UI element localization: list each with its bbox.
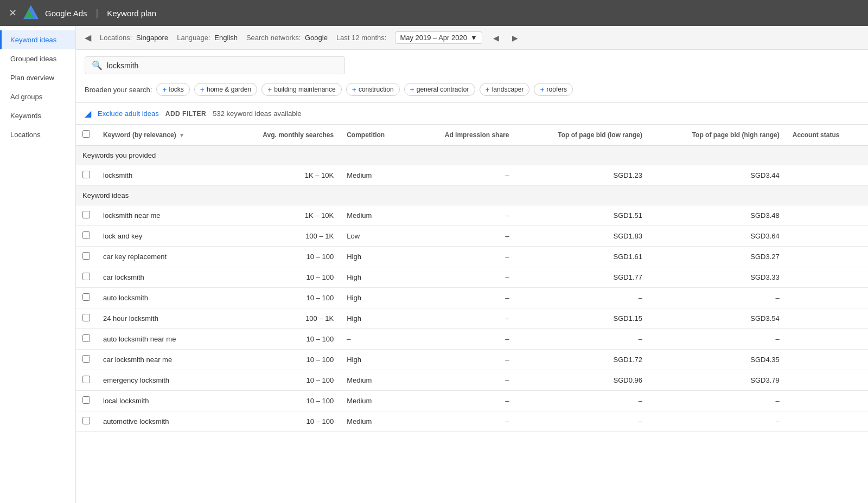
bid-low-cell: – [515,391,649,411]
bid-high-cell: – [649,329,786,350]
header-keyword: Keyword (by relevance) ▼ [97,125,226,145]
competition-cell: Medium [340,391,410,411]
impression-cell: – [410,370,516,391]
row-checkbox-cell[interactable] [76,165,97,186]
impression-cell: – [410,308,516,329]
header-account-status: Account status [786,125,868,145]
table-row: auto locksmith 10 – 100 High – – – [76,288,868,308]
sidebar-item-keyword-ideas[interactable]: Keyword ideas [0,30,75,49]
date-next-button[interactable]: ▶ [510,33,520,43]
keyword-cell: 24 hour locksmith [97,308,226,329]
search-box: 🔍 [85,56,345,74]
keyword-cell: automotive locksmith [97,411,226,432]
close-button[interactable]: ✕ [9,7,17,19]
broaden-label: Broaden your search: [85,86,152,94]
broaden-chip-general-contractor[interactable]: + general contractor [404,83,475,96]
impression-cell: – [410,205,516,226]
row-checkbox-cell[interactable] [76,370,97,391]
row-checkbox-cell[interactable] [76,267,97,288]
row-checkbox-cell[interactable] [76,288,97,308]
collapse-button[interactable]: ◀ [85,33,91,43]
bid-high-cell: SGD4.35 [649,350,786,370]
sidebar-item-keywords[interactable]: Keywords [0,106,75,125]
add-filter-button[interactable]: ADD FILTER [165,110,206,118]
header-select-all[interactable] [76,125,97,145]
row-checkbox-cell[interactable] [76,205,97,226]
select-all-checkbox[interactable] [82,130,90,138]
row-checkbox-cell[interactable] [76,308,97,329]
search-input[interactable] [107,61,338,70]
bid-high-cell: SGD3.79 [649,370,786,391]
sidebar-item-plan-overview[interactable]: Plan overview [0,68,75,87]
page-title: Keyword plan [107,9,156,18]
avg-searches-cell: 10 – 100 [226,350,341,370]
bid-low-cell: – [515,288,649,308]
row-checkbox-cell[interactable] [76,411,97,432]
table-row: locksmith near me 1K – 10K Medium – SGD1… [76,205,868,226]
row-checkbox-cell[interactable] [76,391,97,411]
keyword-table: Keyword (by relevance) ▼ Avg. monthly se… [76,125,868,432]
row-checkbox[interactable] [82,396,90,404]
header-top-bid-high: Top of page bid (high range) [649,125,786,145]
exclude-adult-link[interactable]: Exclude adult ideas [98,109,159,118]
chip-label: landscaper [492,86,524,93]
row-checkbox[interactable] [82,171,90,178]
bid-high-cell: SGD3.54 [649,308,786,329]
broaden-chip-landscaper[interactable]: + landscaper [480,83,530,96]
header-top-bid-low: Top of page bid (low range) [515,125,649,145]
impression-cell: – [410,329,516,350]
table-row: car key replacement 10 – 100 High – SGD1… [76,247,868,267]
impression-cell: – [410,226,516,247]
bid-low-cell: SGD1.61 [515,247,649,267]
chip-label: roofers [547,86,567,93]
sidebar-item-grouped-ideas[interactable]: Grouped ideas [0,49,75,68]
row-checkbox[interactable] [82,417,90,424]
broaden-chip-building-maintenance[interactable]: + building maintenance [261,83,342,96]
sidebar-item-ad-groups[interactable]: Ad groups [0,87,75,106]
sidebar-label-ad-groups: Ad groups [10,93,42,101]
date-prev-button[interactable]: ◀ [491,33,501,43]
table-row: locksmith 1K – 10K Medium – SGD1.23 SGD3… [76,165,868,186]
row-checkbox[interactable] [82,376,90,383]
status-cell [786,391,868,411]
bid-high-cell: SGD3.27 [649,247,786,267]
avg-searches-cell: 10 – 100 [226,391,341,411]
broaden-chip-locks[interactable]: + locks [156,83,190,96]
row-checkbox[interactable] [82,314,90,321]
row-checkbox[interactable] [82,273,90,280]
bid-high-cell: – [649,391,786,411]
row-checkbox[interactable] [82,231,90,239]
avg-searches-cell: 10 – 100 [226,329,341,350]
bid-low-cell: SGD1.83 [515,226,649,247]
competition-cell: High [340,247,410,267]
avg-searches-cell: 10 – 100 [226,370,341,391]
row-checkbox[interactable] [82,211,90,218]
table-row: emergency locksmith 10 – 100 Medium – SG… [76,370,868,391]
row-checkbox-cell[interactable] [76,247,97,267]
status-cell [786,267,868,288]
table-row: lock and key 100 – 1K Low – SGD1.83 SGD3… [76,226,868,247]
impression-cell: – [410,288,516,308]
date-selector[interactable]: May 2019 – Apr 2020 ▼ [395,31,482,44]
bid-high-cell: SGD3.48 [649,205,786,226]
status-cell [786,308,868,329]
row-checkbox-cell[interactable] [76,329,97,350]
filter-bar: ◀ Locations: Singapore Language: English… [76,26,868,50]
chip-label: general contractor [417,86,469,93]
sidebar-item-locations[interactable]: Locations [0,125,75,144]
row-checkbox-cell[interactable] [76,350,97,370]
sidebar: Keyword ideas Grouped ideas Plan overvie… [0,26,76,503]
row-checkbox[interactable] [82,293,90,301]
broaden-chip-construction[interactable]: + construction [346,83,400,96]
bid-low-cell: SGD0.96 [515,370,649,391]
plus-icon: + [162,85,167,94]
broaden-chip-roofers[interactable]: + roofers [534,83,573,96]
row-checkbox[interactable] [82,334,90,342]
row-checkbox[interactable] [82,252,90,260]
row-checkbox[interactable] [82,355,90,363]
row-checkbox-cell[interactable] [76,226,97,247]
avg-searches-cell: 10 – 100 [226,247,341,267]
plus-icon: + [352,85,356,94]
broaden-chip-home-garden[interactable]: + home & garden [194,83,257,96]
app-name: Google Ads [45,9,87,18]
